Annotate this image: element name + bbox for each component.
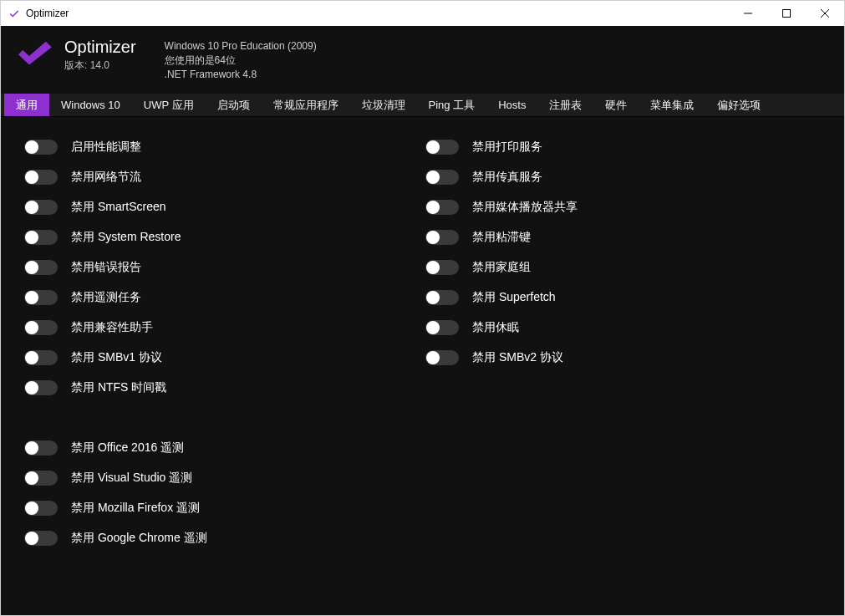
maximize-button[interactable]	[767, 1, 806, 26]
left-toggle-7: 禁用 SMBv1 协议	[24, 343, 359, 373]
left-toggle-7-label: 禁用 SMBv1 协议	[71, 350, 162, 365]
tab-9[interactable]: 硬件	[593, 94, 639, 116]
left-toggle-4-toggle[interactable]	[24, 260, 58, 275]
left-toggle-7-toggle[interactable]	[24, 350, 58, 365]
svg-rect-0	[783, 10, 791, 18]
right-column: 禁用打印服务禁用传真服务禁用媒体播放器共享禁用粘滞键禁用家庭组禁用 Superf…	[425, 132, 760, 615]
close-button[interactable]	[806, 1, 844, 26]
right-toggle-6-label: 禁用休眠	[472, 320, 519, 335]
right-toggle-5: 禁用 Superfetch	[425, 283, 760, 313]
system-info: Windows 10 Pro Education (2009) 您使用的是64位…	[165, 38, 317, 82]
right-toggle-5-toggle[interactable]	[425, 290, 459, 305]
window-controls	[729, 1, 844, 26]
left2-toggle-2-label: 禁用 Mozilla Firefox 遥测	[71, 501, 200, 516]
right-toggle-7-label: 禁用 SMBv2 协议	[472, 350, 563, 365]
spacer	[24, 403, 359, 433]
left-toggle-4-label: 禁用错误报告	[71, 260, 141, 275]
dotnet-version: .NET Framework 4.8	[165, 68, 317, 82]
right-toggle-4-label: 禁用家庭组	[472, 260, 531, 275]
app-title: Optimizer	[64, 38, 136, 57]
content-area: 启用性能调整禁用网络节流禁用 SmartScreen禁用 System Rest…	[1, 117, 844, 615]
right-toggle-3: 禁用粘滞键	[425, 222, 760, 252]
titlebar: Optimizer	[1, 1, 844, 26]
left-toggle-8: 禁用 NTFS 时间戳	[24, 373, 359, 403]
left-toggle-8-toggle[interactable]	[24, 380, 58, 395]
right-toggle-1: 禁用传真服务	[425, 162, 760, 192]
left-toggle-3-toggle[interactable]	[24, 230, 58, 245]
app-title-block: Optimizer 版本: 14.0	[64, 38, 136, 73]
left-toggle-1-toggle[interactable]	[24, 170, 58, 185]
right-toggle-1-toggle[interactable]	[425, 170, 459, 185]
left2-toggle-3-label: 禁用 Google Chrome 遥测	[71, 531, 207, 546]
right-toggle-5-label: 禁用 Superfetch	[472, 290, 556, 305]
left2-toggle-1-label: 禁用 Visual Studio 遥测	[71, 471, 192, 486]
left-toggle-6-label: 禁用兼容性助手	[71, 320, 153, 335]
left-toggle-5: 禁用遥测任务	[24, 283, 359, 313]
right-toggle-3-toggle[interactable]	[425, 230, 459, 245]
tab-4[interactable]: 常规应用程序	[262, 94, 350, 116]
right-toggle-4-toggle[interactable]	[425, 260, 459, 275]
left2-toggle-3-toggle[interactable]	[24, 531, 58, 546]
tab-5[interactable]: 垃圾清理	[350, 94, 417, 116]
arch-info: 您使用的是64位	[165, 53, 317, 68]
tab-bar: 通用Windows 10UWP 应用启动项常规应用程序垃圾清理Ping 工具Ho…	[1, 94, 844, 117]
right-toggle-2-toggle[interactable]	[425, 200, 459, 215]
app-window: Optimizer Optimizer 版本: 14.0	[0, 0, 845, 616]
os-name: Windows 10 Pro Education (2009)	[165, 39, 317, 53]
left-toggle-0-label: 启用性能调整	[71, 140, 141, 155]
app-icon	[8, 7, 21, 20]
left2-toggle-0-label: 禁用 Office 2016 遥测	[71, 440, 184, 456]
right-toggle-6-toggle[interactable]	[425, 320, 459, 335]
app-version: 版本: 14.0	[64, 59, 136, 73]
left-toggle-1: 禁用网络节流	[24, 162, 359, 192]
right-toggle-7: 禁用 SMBv2 协议	[425, 343, 760, 373]
left-toggle-5-label: 禁用遥测任务	[71, 290, 141, 305]
logo-icon	[13, 38, 56, 74]
left-toggle-2: 禁用 SmartScreen	[24, 192, 359, 222]
tab-0[interactable]: 通用	[4, 94, 49, 116]
tab-6[interactable]: Ping 工具	[417, 94, 487, 116]
right-toggle-6: 禁用休眠	[425, 313, 760, 343]
tab-3[interactable]: 启动项	[206, 94, 262, 116]
right-toggle-1-label: 禁用传真服务	[472, 170, 542, 185]
left2-toggle-1-toggle[interactable]	[24, 471, 58, 486]
tab-2[interactable]: UWP 应用	[132, 94, 206, 116]
left2-toggle-0-toggle[interactable]	[24, 440, 58, 456]
tab-8[interactable]: 注册表	[537, 94, 593, 116]
left-toggle-0: 启用性能调整	[24, 132, 359, 162]
left-toggle-4: 禁用错误报告	[24, 252, 359, 283]
left-toggle-8-label: 禁用 NTFS 时间戳	[71, 380, 166, 395]
tab-11[interactable]: 偏好选项	[705, 94, 772, 116]
tab-1[interactable]: Windows 10	[49, 94, 132, 116]
tab-10[interactable]: 菜单集成	[639, 94, 705, 116]
left-toggle-6-toggle[interactable]	[24, 320, 58, 335]
right-toggle-2: 禁用媒体播放器共享	[425, 192, 760, 222]
left-toggle-0-toggle[interactable]	[24, 140, 58, 155]
left2-toggle-1: 禁用 Visual Studio 遥测	[24, 463, 359, 493]
left2-toggle-0: 禁用 Office 2016 遥测	[24, 433, 359, 463]
left-toggle-6: 禁用兼容性助手	[24, 313, 359, 343]
left2-toggle-2: 禁用 Mozilla Firefox 遥测	[24, 493, 359, 523]
window-title: Optimizer	[26, 8, 69, 19]
left-toggle-2-label: 禁用 SmartScreen	[71, 200, 166, 215]
right-toggle-4: 禁用家庭组	[425, 252, 760, 283]
left-toggle-5-toggle[interactable]	[24, 290, 58, 305]
left-column: 启用性能调整禁用网络节流禁用 SmartScreen禁用 System Rest…	[24, 132, 359, 615]
app-body: Optimizer 版本: 14.0 Windows 10 Pro Educat…	[1, 26, 844, 615]
right-toggle-0-label: 禁用打印服务	[472, 140, 542, 155]
right-toggle-0: 禁用打印服务	[425, 132, 760, 162]
left-toggle-2-toggle[interactable]	[24, 200, 58, 215]
right-toggle-0-toggle[interactable]	[425, 140, 459, 155]
left-toggle-3-label: 禁用 System Restore	[71, 230, 181, 245]
left2-toggle-2-toggle[interactable]	[24, 501, 58, 516]
tab-7[interactable]: Hosts	[486, 94, 537, 116]
right-toggle-2-label: 禁用媒体播放器共享	[472, 200, 578, 215]
left-toggle-3: 禁用 System Restore	[24, 222, 359, 252]
left2-toggle-3: 禁用 Google Chrome 遥测	[24, 523, 359, 553]
app-header: Optimizer 版本: 14.0 Windows 10 Pro Educat…	[1, 26, 844, 94]
right-toggle-7-toggle[interactable]	[425, 350, 459, 365]
left-toggle-1-label: 禁用网络节流	[71, 170, 141, 185]
right-toggle-3-label: 禁用粘滞键	[472, 230, 531, 245]
minimize-button[interactable]	[729, 1, 767, 26]
